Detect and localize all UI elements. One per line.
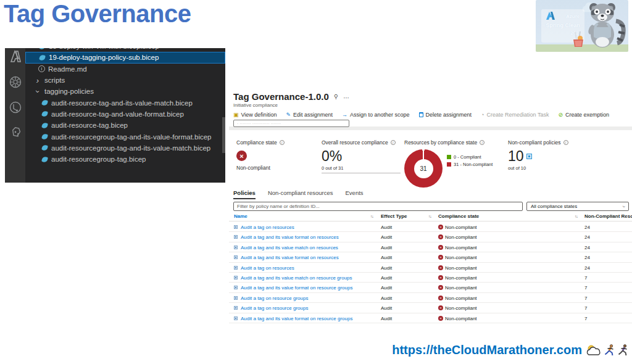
policy-icon [234, 316, 238, 320]
azure-logo-icon [544, 11, 555, 21]
info-icon[interactable] [563, 140, 568, 145]
file-item[interactable]: audit-resourcegroup-tag-and-its-value-fo… [25, 131, 225, 142]
effect-type-cell: Audit [381, 225, 392, 230]
noncompliant-count-cell: 24 [584, 225, 590, 230]
noncompliant-dot-icon [438, 255, 443, 260]
table-row[interactable]: Audit a tag and its value format on reso… [229, 313, 632, 323]
initiative-title-row: Tag Governance-1.0.0 [233, 91, 349, 102]
toolbar-label: Assign to another scope [350, 112, 410, 118]
sort-icon[interactable] [370, 214, 373, 218]
file-item[interactable]: audit-resource-tag-and-value-format.bice… [25, 109, 225, 120]
sort-icon[interactable] [428, 214, 431, 218]
file-item[interactable]: audit-resource-tag-and-its-value-match.b… [25, 97, 225, 108]
file-item[interactable]: scripts [25, 75, 225, 86]
noncompliant-dot-icon [438, 285, 443, 290]
info-icon[interactable] [480, 140, 484, 145]
table-row[interactable]: Audit a tag on resources Audit Non-compl… [229, 263, 632, 273]
policy-icon [234, 306, 238, 310]
table-row[interactable]: Audit a tag and its value match on resou… [229, 242, 632, 252]
toolbar-label: View definition [241, 112, 277, 118]
table-row[interactable]: Audit a tag on resource groups Audit Non… [229, 303, 632, 313]
toolbar-label: Edit assignment [293, 112, 333, 118]
toolbar-button[interactable]: Assign to another scope [342, 112, 410, 118]
policy-link[interactable]: Audit a tag and its value format on reso… [241, 316, 352, 321]
sort-icon[interactable] [575, 214, 578, 218]
file-label: scripts [44, 77, 65, 84]
toolbar-button[interactable]: View definition [233, 112, 276, 118]
scope-selector-cropped[interactable] [233, 120, 349, 127]
file-item[interactable]: audit-resourcegroup-tag.bicep [25, 154, 225, 165]
vscode-activity-bar [5, 48, 25, 183]
policy-link[interactable]: Audit a tag on resource groups [241, 296, 308, 301]
compliance-state-cell: Non-compliant [445, 316, 477, 321]
kubernetes-extension-icon[interactable] [8, 75, 23, 89]
policy-icon [234, 266, 238, 270]
metric-compliance-state: Compliance state Non-compliant [236, 139, 285, 171]
policy-link[interactable]: Audit a tag and its value format on reso… [241, 234, 339, 240]
footer-url[interactable]: https://theCloudMarathoner.com [392, 343, 582, 357]
policies-table-body: Audit a tag on resources Audit Non-compl… [229, 222, 632, 323]
toolbar-icon [481, 112, 484, 118]
pin-icon[interactable] [334, 93, 338, 100]
settings-hexagon-extension-icon[interactable] [8, 125, 23, 140]
git-graph-extension-icon[interactable] [8, 100, 23, 115]
tab[interactable]: Policies [233, 189, 256, 199]
file-icon [38, 54, 46, 61]
compliance-state-dropdown[interactable]: All compliance states [526, 202, 629, 211]
tab[interactable]: Events [346, 189, 364, 199]
table-row[interactable]: Audit a tag and its value match on resou… [229, 273, 632, 283]
file-item[interactable]: tagging-policies [25, 86, 225, 97]
policy-link[interactable]: Audit a tag and its value match on resou… [241, 245, 338, 250]
file-item[interactable]: 19-deploy-tagging-policy-sub.bicep [25, 52, 225, 63]
tab[interactable]: Non-compliant resources [268, 189, 333, 199]
toolbar-button[interactable]: Delete assignment [419, 112, 472, 118]
info-icon[interactable] [280, 140, 285, 145]
table-row[interactable]: Audit a tag on resource groups Audit Non… [229, 293, 632, 303]
file-item[interactable]: audit-resourcegroup-tag-and-its-value-ma… [25, 143, 225, 154]
table-row[interactable]: Audit a tag and its value format on reso… [229, 232, 632, 242]
noncompliant-dot-icon [438, 275, 443, 280]
noncompliant-policies-detail: out of 10 [508, 165, 568, 171]
toolbar-icon [419, 112, 423, 117]
policy-link[interactable]: Audit a tag on resources [241, 225, 294, 230]
azure-portal-panel: Tag Governance-1.0.0 Initiative complian… [229, 90, 632, 326]
file-item[interactable]: Readme.md [25, 64, 225, 75]
policy-link[interactable]: Audit a tag and its value format on reso… [241, 285, 352, 291]
policy-link[interactable]: Audit a tag and its value format on reso… [241, 255, 339, 260]
compliance-donut-chart: 31 [404, 149, 443, 188]
effect-type-cell: Audit [381, 285, 392, 291]
policy-link[interactable]: Audit a tag and its value match on resou… [241, 275, 352, 281]
header-noncompliant-resources[interactable]: Non-Compliant Resources [584, 213, 632, 219]
table-row[interactable]: Audit a tag on resources Audit Non-compl… [229, 222, 632, 232]
runner-icon [618, 344, 628, 357]
file-icon [34, 77, 41, 84]
policy-link[interactable]: Audit a tag on resources [241, 265, 294, 271]
header-compliance-state[interactable]: Compliance state [438, 213, 479, 219]
policy-link[interactable]: Audit a tag on resource groups [241, 305, 308, 311]
table-row[interactable]: Audit a tag and its value format on reso… [229, 252, 632, 262]
table-header: Name Effect Type Compliance state Non-Co… [229, 213, 632, 221]
policy-filter-input[interactable] [233, 202, 523, 211]
toolbar-button[interactable]: Create Remediation Task [481, 112, 549, 118]
file-item[interactable]: audit-resource-tag.bicep [25, 120, 225, 131]
explorer-scrollbar[interactable] [222, 117, 225, 153]
file-label: tagging-policies [44, 88, 94, 95]
table-row[interactable]: Audit a tag and its value format on reso… [229, 283, 632, 292]
header-effect-type[interactable]: Effect Type [381, 213, 407, 219]
noncompliant-count-cell: 24 [584, 245, 590, 250]
overall-compliance-value: 0% [322, 148, 401, 165]
toolbar-button[interactable]: Create exemption [558, 112, 609, 118]
metric-label: Resources by compliance state [404, 139, 477, 146]
header-name[interactable]: Name [234, 213, 247, 219]
policy-icon [234, 246, 238, 249]
file-label: audit-resource-tag.bicep [51, 122, 128, 129]
azure-extension-icon[interactable] [8, 49, 23, 64]
info-icon[interactable] [391, 140, 396, 145]
vscode-explorer-panel: 18-deploy-win-VM-with-bicep.bicep 19-dep… [5, 48, 225, 183]
toolbar-icon [342, 112, 347, 118]
toolbar-icon [286, 112, 291, 118]
legend-label: 0 - Compliant [454, 154, 481, 160]
toolbar-button[interactable]: Edit assignment [286, 112, 333, 118]
ellipsis-icon[interactable] [343, 91, 349, 102]
noncompliant-dot-icon [438, 265, 443, 270]
